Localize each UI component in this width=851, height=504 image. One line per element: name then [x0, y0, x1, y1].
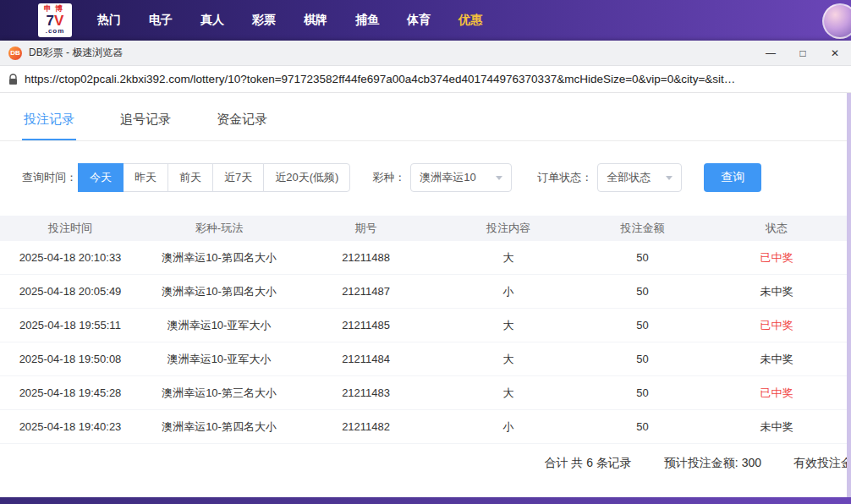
chevron-down-icon	[666, 176, 673, 180]
cell-bet-content: 大	[434, 318, 583, 333]
table-header-cell: 期号	[298, 221, 434, 236]
table-row[interactable]: 2025-04-18 19:55:11 澳洲幸运10-亚军大小 21211485…	[0, 309, 851, 342]
cell-game-play: 澳洲幸运10-第四名大小	[140, 419, 298, 435]
window-controls: — □ ✕	[755, 41, 851, 66]
address-bar[interactable]: https://ctop02pcali.2kbxi392.com/lottery…	[0, 66, 851, 93]
cell-bet-content: 小	[434, 284, 583, 299]
site-logo-main: 7V	[47, 14, 64, 29]
page-bottom-edge	[0, 497, 851, 504]
cell-status: 未中奖	[702, 352, 851, 367]
close-icon: ✕	[831, 47, 839, 59]
site-nav-item[interactable]: 真人	[200, 13, 224, 28]
table-header-cell: 彩种-玩法	[140, 221, 298, 236]
cell-issue-number: 21211482	[298, 420, 434, 433]
lottery-select[interactable]: 澳洲幸运10	[410, 163, 512, 192]
table-header-cell: 状态	[702, 221, 851, 236]
summary-valid-amount: 有效投注金额	[793, 456, 851, 471]
maximize-icon: □	[799, 47, 805, 59]
avatar[interactable]	[822, 3, 851, 39]
cell-bet-content: 大	[434, 250, 583, 266]
record-tab[interactable]: 投注记录	[22, 108, 76, 140]
cell-status: 未中奖	[702, 419, 851, 435]
time-filter-button[interactable]: 前天	[167, 163, 213, 192]
cell-bet-time: 2025-04-18 19:40:23	[0, 420, 140, 433]
bet-records-table: 投注时间彩种-玩法期号投注内容投注金额状态 2025-04-18 20:10:3…	[0, 216, 851, 444]
chevron-down-icon	[496, 176, 502, 180]
site-nav-item[interactable]: 优惠	[458, 13, 482, 28]
site-logo-suffix: .com	[46, 28, 65, 35]
cell-bet-content: 大	[434, 386, 583, 401]
cell-bet-content: 小	[434, 419, 583, 435]
site-top-nav: 申博 7V .com 热门电子真人彩票棋牌捕鱼体育优惠	[0, 0, 851, 41]
lottery-filter-label: 彩种：	[372, 170, 405, 185]
cell-bet-amount: 50	[583, 251, 702, 264]
minimize-icon: —	[766, 47, 776, 59]
lottery-records-page: 投注记录追号记录资金记录 查询时间： 今天昨天前天近7天近20天(低频) 彩种：…	[0, 93, 851, 497]
time-filter-button[interactable]: 昨天	[123, 163, 168, 192]
cell-game-play: 澳洲幸运10-第四名大小	[140, 284, 298, 299]
table-header-cell: 投注时间	[0, 221, 140, 236]
order-status-filter-label: 订单状态：	[537, 170, 592, 185]
cell-issue-number: 21211487	[298, 285, 434, 298]
cell-bet-amount: 50	[583, 420, 702, 433]
table-row[interactable]: 2025-04-18 19:50:08 澳洲幸运10-亚军大小 21211484…	[0, 342, 851, 376]
cell-bet-time: 2025-04-18 19:50:08	[0, 353, 140, 365]
cell-bet-amount: 50	[583, 319, 702, 331]
cell-bet-amount: 50	[583, 386, 702, 399]
order-status-select[interactable]: 全部状态	[597, 163, 682, 192]
table-row[interactable]: 2025-04-18 20:05:49 澳洲幸运10-第四名大小 2121148…	[0, 275, 851, 309]
cell-issue-number: 21211483	[298, 386, 434, 399]
site-nav-item[interactable]: 电子	[149, 13, 173, 28]
order-status-select-value: 全部状态	[607, 170, 651, 185]
maximize-button[interactable]: □	[787, 41, 819, 66]
close-button[interactable]: ✕	[819, 41, 851, 66]
table-header-row: 投注时间彩种-玩法期号投注内容投注金额状态	[0, 216, 851, 241]
time-filter-group: 今天昨天前天近7天近20天(低频)	[79, 163, 350, 192]
cell-bet-time: 2025-04-18 20:05:49	[0, 285, 140, 298]
site-nav-item[interactable]: 体育	[407, 13, 431, 28]
cell-game-play: 澳洲幸运10-亚军大小	[140, 352, 298, 367]
minimize-button[interactable]: —	[755, 41, 787, 66]
lock-icon	[8, 74, 18, 85]
lottery-select-value: 澳洲幸运10	[420, 170, 475, 185]
cell-bet-time: 2025-04-18 19:45:28	[0, 386, 140, 399]
site-nav-item[interactable]: 热门	[97, 13, 121, 28]
cell-status: 已中奖	[702, 318, 851, 333]
table-row[interactable]: 2025-04-18 19:45:28 澳洲幸运10-第三名大小 2121148…	[0, 376, 851, 410]
cell-bet-content: 大	[434, 352, 583, 367]
time-filter-button[interactable]: 今天	[78, 163, 124, 192]
time-filter-button[interactable]: 近7天	[212, 163, 264, 192]
cell-bet-amount: 50	[583, 353, 702, 365]
summary-bar: 合计 共 6 条记录 预计投注金额: 300 有效投注金额	[0, 446, 851, 481]
screen: 申博 7V .com 热门电子真人彩票棋牌捕鱼体育优惠 DB DB彩票 - 极速…	[0, 0, 851, 504]
cell-status: 已中奖	[702, 250, 851, 266]
cell-game-play: 澳洲幸运10-第三名大小	[140, 386, 298, 401]
cell-game-play: 澳洲幸运10-第四名大小	[140, 250, 298, 266]
site-logo[interactable]: 申博 7V .com	[38, 3, 72, 37]
site-nav-item[interactable]: 彩票	[252, 13, 276, 28]
site-nav-item[interactable]: 棋牌	[304, 13, 327, 28]
cell-issue-number: 21211488	[298, 251, 434, 264]
time-filter-button[interactable]: 近20天(低频)	[263, 163, 350, 192]
cell-issue-number: 21211485	[298, 319, 434, 331]
table-row[interactable]: 2025-04-18 19:40:23 澳洲幸运10-第四名大小 2121148…	[0, 410, 851, 444]
table-row[interactable]: 2025-04-18 20:10:33 澳洲幸运10-第四名大小 2121148…	[0, 241, 851, 275]
cell-bet-time: 2025-04-18 20:10:33	[0, 251, 140, 264]
record-tabs: 投注记录追号记录资金记录	[0, 93, 851, 141]
cell-issue-number: 21211484	[298, 353, 434, 365]
url-text: https://ctop02pcali.2kbxi392.com/lottery…	[25, 73, 735, 85]
site-nav-item[interactable]: 捕鱼	[355, 13, 379, 28]
site-nav-items: 热门电子真人彩票棋牌捕鱼体育优惠	[97, 13, 482, 28]
browser-window: DB DB彩票 - 极速浏览器 — □ ✕ https://ctop02pcal…	[0, 41, 851, 497]
cell-game-play: 澳洲幸运10-亚军大小	[140, 318, 298, 333]
query-button[interactable]: 查询	[704, 163, 761, 192]
window-title: DB彩票 - 极速浏览器	[29, 46, 123, 60]
record-tab[interactable]: 资金记录	[215, 108, 269, 140]
table-body: 2025-04-18 20:10:33 澳洲幸运10-第四名大小 2121148…	[0, 241, 851, 444]
table-header-cell: 投注金额	[583, 221, 702, 236]
summary-total: 合计 共 6 条记录	[544, 456, 631, 471]
cell-status: 未中奖	[702, 284, 851, 299]
record-tab[interactable]: 追号记录	[118, 108, 173, 140]
scrollbar[interactable]	[847, 93, 851, 497]
cell-bet-amount: 50	[583, 285, 702, 298]
